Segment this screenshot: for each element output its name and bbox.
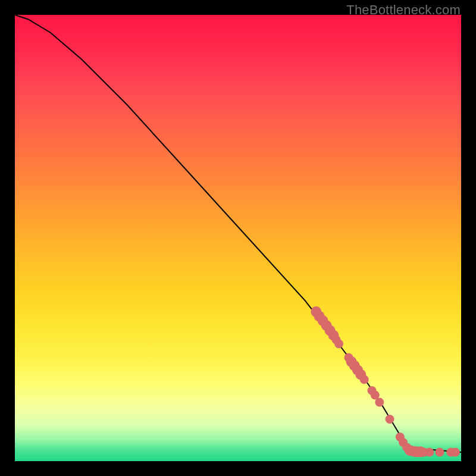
data-point: [436, 448, 444, 457]
curve-layer: [15, 15, 461, 461]
watermark-text: TheBottleneck.com: [346, 2, 461, 18]
data-point: [375, 398, 384, 407]
data-point: [334, 339, 343, 348]
data-point: [425, 448, 434, 457]
data-point: [360, 375, 369, 384]
bottleneck-curve: [15, 15, 461, 452]
data-point: [386, 415, 394, 424]
plot-area: [15, 15, 461, 461]
data-point: [451, 448, 460, 457]
data-markers: [311, 306, 460, 458]
chart-frame: TheBottleneck.com: [0, 0, 476, 476]
